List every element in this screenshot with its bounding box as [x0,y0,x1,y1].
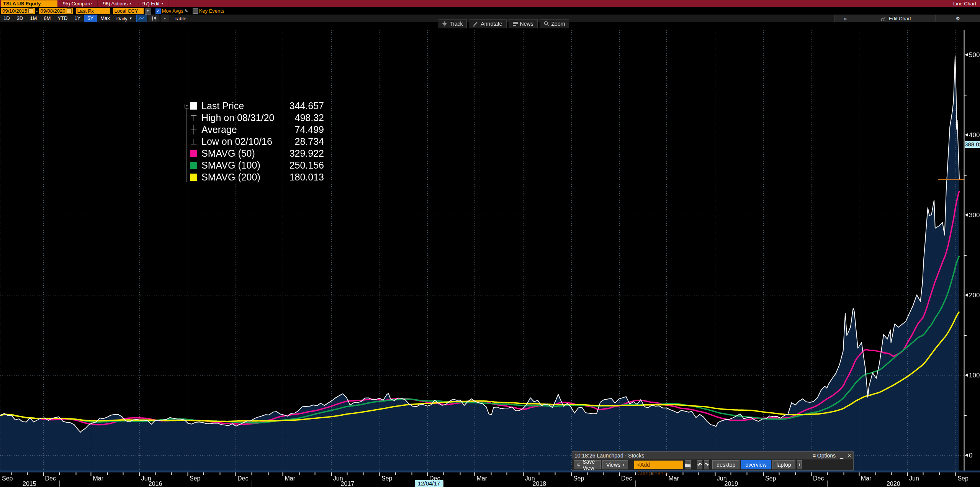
menu-actions[interactable]: 96) Actions▾ [98,0,137,7]
range-5y-selected[interactable]: 5Y [84,15,97,22]
range-max[interactable]: Max [97,15,113,22]
collapse-panel-button[interactable]: « [834,15,856,22]
legend-value: 74.499 [295,124,324,135]
legend-row-last-price[interactable]: + Last Price 344.657 [180,100,324,112]
range-ytd[interactable]: YTD [54,15,71,22]
folder-icon [685,463,690,467]
last-price-marker [190,102,198,110]
legend-row-average[interactable]: ┼ Average 74.499 [180,124,324,136]
launchpad-title: 10:18:26 Launchpad - Stocks [574,453,644,459]
caret-down-icon: ▾ [623,463,624,467]
launchpad-titlebar[interactable]: 10:18:26 Launchpad - Stocks ≡ Options _ … [572,452,853,459]
gear-icon: ⚙ [955,16,960,21]
add-tab-button[interactable]: + [797,460,802,469]
range-3d[interactable]: 3D [13,15,27,22]
pencil-icon [473,21,478,26]
function-title: Line Chart [953,1,980,7]
track-button[interactable]: Track [438,19,467,28]
undo-button[interactable]: ↶ [697,460,702,469]
pencil-icon[interactable]: ✎ [185,8,188,14]
candle-chart-type-button[interactable] [149,15,159,22]
caret-down-icon: ▾ [129,0,131,7]
menu-edit[interactable]: 97) Edit▾ [137,0,169,7]
close-button[interactable]: × [848,453,851,459]
legend-value: 344.657 [290,100,324,112]
security-input[interactable]: TSLA US Equity [1,0,57,7]
date-to-input[interactable]: 09/08/2020 [39,8,73,14]
crosshair-icon [442,21,447,26]
bloomberg-terminal-window: TSLA US Equity 95) Compare 96) Actions▾ … [0,0,980,487]
legend-row-smavg50[interactable]: SMAVG (50) 329.922 [180,148,324,159]
mov-avgs-checkbox[interactable]: ✓ [155,8,161,14]
legend-label: Last Price [201,100,244,112]
tab-laptop[interactable]: laptop [772,460,795,469]
undo-icon: ↶ [697,462,702,468]
average-marker-icon: ┼ [190,125,198,134]
chart-settings-button[interactable]: ⚙ [935,15,980,22]
title-menu-bar: TSLA US Equity 95) Compare 96) Actions▾ … [0,0,980,7]
price-field-select[interactable]: Last Px [76,8,110,14]
zoom-button[interactable]: Zoom [540,19,569,28]
legend-row-smavg100[interactable]: SMAVG (100) 250.156 [180,159,324,171]
chart-legend: + Last Price 344.657 ⊤ High on 08/31/20 … [180,100,324,183]
launchpad-panel: 10:18:26 Launchpad - Stocks ≡ Options _ … [572,451,854,471]
chart-window-controls: « Edit Chart ⚙ [834,15,980,22]
date-range-separator: - [36,8,38,14]
line-chart-type-button[interactable] [136,15,147,22]
calendar-icon[interactable] [28,8,33,13]
legend-value: 498.32 [295,112,324,123]
frequency-select[interactable]: Daily▼ [113,16,136,21]
table-button[interactable]: Table [170,16,191,21]
minimize-button[interactable]: _ [840,453,843,459]
currency-select[interactable]: Local CCY [113,8,144,14]
low-marker-icon: ⊥ [190,137,198,146]
caret-down-icon: ▾ [162,0,164,7]
edit-chart-icon [880,16,886,21]
legend-value: 28.734 [295,136,324,147]
browse-components-button[interactable] [685,460,691,469]
smavg100-marker [190,162,198,169]
calendar-icon[interactable] [67,8,72,13]
edit-chart-button[interactable]: Edit Chart [856,15,935,22]
legend-value: 329.922 [290,148,324,159]
legend-collapse-icon[interactable]: + [185,104,189,108]
chart-type-dropdown[interactable]: ▾ [161,15,169,22]
range-1y[interactable]: 1Y [71,15,84,22]
range-1d[interactable]: 1D [0,15,13,22]
legend-label: SMAVG (100) [201,160,260,171]
legend-row-high[interactable]: ⊤ High on 08/31/20 498.32 [180,112,324,124]
news-icon [513,21,518,26]
legend-label: SMAVG (50) [201,148,255,159]
options-menu[interactable]: ≡ Options [813,453,836,459]
legend-row-smavg200[interactable]: SMAVG (200) 180.013 [180,171,324,183]
annotate-button[interactable]: Annotate [469,19,506,28]
currency-dropdown-button[interactable]: ▾ [145,8,151,15]
legend-value: 180.013 [290,172,324,183]
menu-compare[interactable]: 95) Compare [57,0,98,7]
range-1m[interactable]: 1M [26,15,40,22]
legend-value: 250.156 [290,160,324,171]
key-events-checkbox[interactable] [193,8,198,14]
legend-label: High on 08/31/20 [201,112,274,123]
save-icon [578,462,580,467]
date-from-input[interactable]: 09/10/2015 [1,8,35,14]
news-button[interactable]: News [509,19,538,28]
legend-label: Low on 02/10/16 [201,136,272,147]
candle-chart-icon [151,16,157,21]
price-chart-canvas[interactable] [0,22,980,487]
views-dropdown[interactable]: Views▾ [602,460,628,469]
key-events-label: Key Events [199,8,224,14]
tab-desktop[interactable]: desktop [712,460,739,469]
smavg50-marker [190,150,198,157]
chart-mode-toolbar: Track Annotate News Zoom [438,19,569,28]
tab-overview-selected[interactable]: overview [741,460,771,469]
range-6m[interactable]: 6M [40,15,54,22]
legend-row-low[interactable]: ⊥ Low on 02/10/16 28.734 [180,136,324,148]
launchpad-toolbar: Save View Views▾ <Add Component> ↶ ↷ des… [572,459,853,470]
mov-avgs-label: Mov Avgs [162,8,183,14]
legend-label: Average [201,124,237,135]
redo-button[interactable]: ↷ [704,460,709,469]
crosshair-y-value-badge: 388.024 [965,141,980,148]
add-component-input[interactable]: <Add Component> [634,461,683,469]
save-view-button[interactable]: Save View [574,460,601,469]
